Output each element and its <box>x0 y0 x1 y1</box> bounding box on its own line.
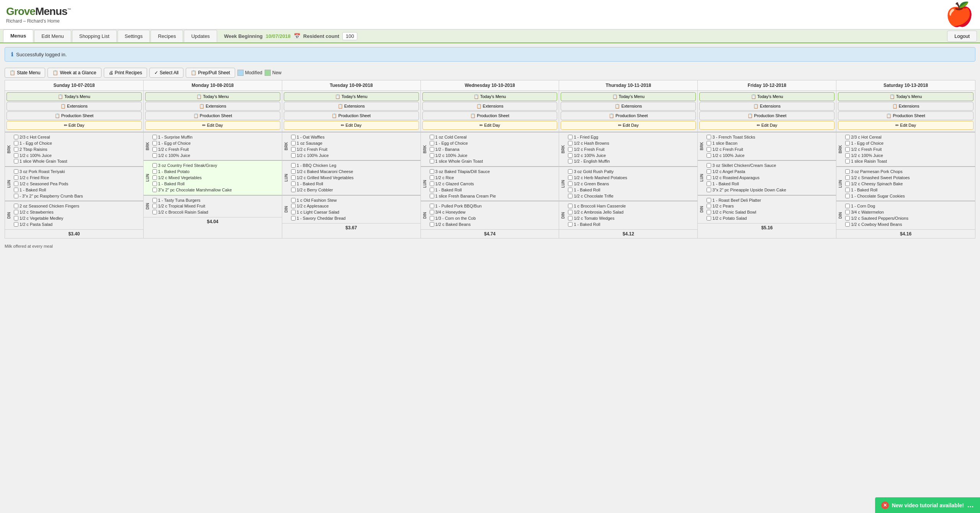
dinner-checkbox-0-1[interactable] <box>14 210 18 214</box>
today-menu-button-2[interactable]: 📋 Today's Menu <box>284 92 419 101</box>
lunch-checkbox-3-4[interactable] <box>430 194 434 198</box>
breakfast-checkbox-5-3[interactable] <box>707 153 711 158</box>
state-menu-button[interactable]: 📋 State Menu <box>5 68 45 78</box>
lunch-checkbox-0-0[interactable] <box>14 169 18 174</box>
dinner-checkbox-6-3[interactable] <box>845 222 850 227</box>
breakfast-checkbox-2-3[interactable] <box>291 153 296 158</box>
lunch-checkbox-6-3[interactable] <box>845 188 850 192</box>
tab-updates[interactable]: Updates <box>184 30 217 42</box>
today-menu-button-1[interactable]: 📋 Today's Menu <box>145 92 280 101</box>
dinner-checkbox-4-0[interactable] <box>568 204 573 208</box>
dinner-checkbox-0-2[interactable] <box>14 216 18 221</box>
dinner-checkbox-0-3[interactable] <box>14 222 18 227</box>
today-menu-button-3[interactable]: 📋 Today's Menu <box>422 92 558 101</box>
dinner-checkbox-2-2[interactable] <box>291 210 296 214</box>
breakfast-checkbox-6-0[interactable] <box>845 135 850 139</box>
lunch-checkbox-5-2[interactable] <box>707 175 711 180</box>
lunch-checkbox-0-1[interactable] <box>14 175 18 180</box>
lunch-checkbox-1-2[interactable] <box>152 175 157 180</box>
edit-day-button-1[interactable]: ✏ Edit Day <box>145 121 280 130</box>
production-sheet-button-3[interactable]: 📋 Production Sheet <box>422 111 558 120</box>
lunch-checkbox-2-2[interactable] <box>291 175 296 180</box>
breakfast-checkbox-3-4[interactable] <box>430 159 434 163</box>
lunch-checkbox-1-4[interactable] <box>152 188 157 192</box>
lunch-checkbox-4-2[interactable] <box>568 181 573 186</box>
lunch-checkbox-0-3[interactable] <box>14 188 18 192</box>
extensions-button-3[interactable]: 📋 Extensions <box>422 102 558 111</box>
dinner-checkbox-4-1[interactable] <box>568 210 573 214</box>
lunch-checkbox-2-4[interactable] <box>291 188 296 192</box>
breakfast-checkbox-2-2[interactable] <box>291 147 296 152</box>
extensions-button-1[interactable]: 📋 Extensions <box>145 102 280 111</box>
today-menu-button-4[interactable]: 📋 Today's Menu <box>561 92 696 101</box>
extensions-button-5[interactable]: 📋 Extensions <box>699 102 834 111</box>
breakfast-checkbox-6-4[interactable] <box>845 159 850 163</box>
dinner-checkbox-6-2[interactable] <box>845 216 850 221</box>
lunch-checkbox-5-0[interactable] <box>707 163 711 168</box>
lunch-checkbox-5-4[interactable] <box>707 188 711 192</box>
edit-day-button-6[interactable]: ✏ Edit Day <box>838 121 973 130</box>
breakfast-checkbox-0-4[interactable] <box>14 159 18 163</box>
logout-button[interactable]: Logout <box>947 31 977 42</box>
dinner-checkbox-6-0[interactable] <box>845 204 850 208</box>
tab-edit-menu[interactable]: Edit Menu <box>34 30 71 42</box>
lunch-checkbox-1-0[interactable] <box>152 163 157 168</box>
breakfast-checkbox-2-1[interactable] <box>291 141 296 145</box>
edit-day-button-3[interactable]: ✏ Edit Day <box>422 121 558 130</box>
breakfast-checkbox-4-2[interactable] <box>568 147 573 152</box>
production-sheet-button-6[interactable]: 📋 Production Sheet <box>838 111 973 120</box>
dinner-checkbox-1-0[interactable] <box>152 198 157 203</box>
lunch-checkbox-3-3[interactable] <box>430 188 434 192</box>
dinner-checkbox-2-1[interactable] <box>291 204 296 208</box>
breakfast-checkbox-1-1[interactable] <box>152 141 157 145</box>
breakfast-checkbox-0-0[interactable] <box>14 135 18 139</box>
edit-day-button-2[interactable]: ✏ Edit Day <box>284 121 419 130</box>
breakfast-checkbox-0-2[interactable] <box>14 147 18 152</box>
dinner-checkbox-5-1[interactable] <box>707 204 711 208</box>
production-sheet-button-4[interactable]: 📋 Production Sheet <box>561 111 696 120</box>
dinner-checkbox-2-0[interactable] <box>291 198 296 203</box>
dinner-checkbox-6-1[interactable] <box>845 210 850 214</box>
breakfast-checkbox-5-1[interactable] <box>707 141 711 145</box>
print-recipes-button[interactable]: 🖨 Print Recipes <box>104 68 147 78</box>
lunch-checkbox-5-3[interactable] <box>707 181 711 186</box>
lunch-checkbox-3-2[interactable] <box>430 181 434 186</box>
edit-day-button-5[interactable]: ✏ Edit Day <box>699 121 834 130</box>
breakfast-checkbox-5-2[interactable] <box>707 147 711 152</box>
tab-recipes[interactable]: Recipes <box>151 30 183 42</box>
week-glance-button[interactable]: 📋 Week at a Glance <box>47 68 101 78</box>
breakfast-checkbox-4-3[interactable] <box>568 153 573 158</box>
edit-day-button-4[interactable]: ✏ Edit Day <box>561 121 696 130</box>
lunch-checkbox-4-3[interactable] <box>568 188 573 192</box>
lunch-checkbox-6-2[interactable] <box>845 181 850 186</box>
lunch-checkbox-2-0[interactable] <box>291 163 296 168</box>
breakfast-checkbox-4-4[interactable] <box>568 159 573 163</box>
dinner-checkbox-1-2[interactable] <box>152 210 157 214</box>
extensions-button-6[interactable]: 📋 Extensions <box>838 102 973 111</box>
lunch-checkbox-4-4[interactable] <box>568 194 573 198</box>
today-menu-button-0[interactable]: 📋 Today's Menu <box>7 92 142 101</box>
lunch-checkbox-6-1[interactable] <box>845 175 850 180</box>
breakfast-checkbox-4-0[interactable] <box>568 135 573 139</box>
breakfast-checkbox-6-1[interactable] <box>845 141 850 145</box>
production-sheet-button-5[interactable]: 📋 Production Sheet <box>699 111 834 120</box>
breakfast-checkbox-3-2[interactable] <box>430 147 434 152</box>
dinner-checkbox-0-0[interactable] <box>14 204 18 208</box>
dinner-checkbox-1-1[interactable] <box>152 204 157 208</box>
extensions-button-0[interactable]: 📋 Extensions <box>7 102 142 111</box>
lunch-checkbox-1-3[interactable] <box>152 181 157 186</box>
breakfast-checkbox-3-0[interactable] <box>430 135 434 139</box>
breakfast-checkbox-4-1[interactable] <box>568 141 573 145</box>
dinner-checkbox-4-2[interactable] <box>568 216 573 221</box>
lunch-checkbox-3-1[interactable] <box>430 175 434 180</box>
select-all-button[interactable]: ✓ Select All <box>149 68 183 78</box>
dinner-checkbox-4-3[interactable] <box>568 222 573 227</box>
dinner-checkbox-3-2[interactable] <box>430 216 434 221</box>
breakfast-checkbox-6-2[interactable] <box>845 147 850 152</box>
production-sheet-button-1[interactable]: 📋 Production Sheet <box>145 111 280 120</box>
today-menu-button-5[interactable]: 📋 Today's Menu <box>699 92 834 101</box>
dinner-checkbox-3-1[interactable] <box>430 210 434 214</box>
lunch-checkbox-4-0[interactable] <box>568 169 573 174</box>
extensions-button-2[interactable]: 📋 Extensions <box>284 102 419 111</box>
tab-shopping-list[interactable]: Shopping List <box>72 30 117 42</box>
